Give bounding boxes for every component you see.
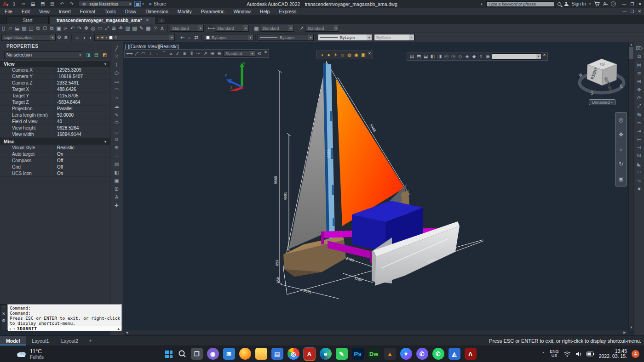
property-value[interactable]: 7115.8705 [54, 93, 110, 99]
menu-tools[interactable]: Tools [100, 9, 121, 14]
save-as-icon[interactable]: ⬒ [39, 0, 46, 7]
rectangle-icon[interactable]: ▭ [113, 77, 121, 85]
property-value[interactable]: Off [54, 164, 110, 170]
tab-layout1[interactable]: Layout1 [26, 336, 55, 345]
named-views-icon[interactable]: ▤ [408, 53, 415, 60]
start-button[interactable] [163, 349, 173, 359]
recent-commands-icon[interactable]: ▾ [13, 327, 15, 331]
taskbar-app-photoshop[interactable]: Ps [352, 348, 364, 360]
scale-icon[interactable]: ⤢ [635, 102, 644, 110]
autocad-logo-icon[interactable]: A▾ [0, 1, 10, 7]
center-mark-icon[interactable]: ⊕ [216, 50, 223, 57]
dim-linear-icon[interactable]: ⟷ [126, 50, 133, 57]
display-lock-icon[interactable]: ⧈ [63, 34, 69, 41]
restore-button[interactable]: ❐ [630, 2, 634, 6]
new-tab-button[interactable]: ＋ [158, 17, 165, 24]
plot-icon[interactable]: ▤ [21, 25, 28, 32]
ellipse-icon[interactable]: ⬭ [113, 119, 121, 126]
taskbar-app-video-app[interactable]: ◉ [207, 348, 219, 360]
multileader-icon[interactable]: ↗ [202, 50, 209, 57]
dim-style-icon[interactable]: ⟷ [208, 25, 215, 32]
hatch-icon[interactable]: ▨ [113, 160, 121, 168]
chamfer-icon[interactable]: ◣ [635, 160, 644, 168]
layer-properties-icon[interactable]: ≣ [110, 25, 117, 32]
stretch-icon[interactable]: ↹ [635, 110, 644, 118]
share-button[interactable]: ➤ Share [149, 1, 166, 6]
property-value[interactable]: -5834.8464 [54, 99, 110, 105]
ne-isometric-icon[interactable]: ◆ [471, 53, 477, 60]
taskbar-app-viber[interactable]: ✆ [416, 348, 428, 360]
layer-state-manager-icon[interactable]: ≡ [186, 34, 193, 41]
break-at-point-icon[interactable]: ⊢ [635, 135, 644, 143]
hidden-icons-chevron[interactable]: ⌃ [541, 351, 545, 356]
property-value[interactable]: On [54, 170, 110, 176]
arc-icon[interactable]: ◠ [113, 85, 121, 93]
menu-format[interactable]: Format [75, 9, 100, 14]
menu-edit[interactable]: Edit [17, 9, 34, 14]
navigation-wheel-icon[interactable]: ◎ [618, 117, 625, 124]
taskbar-app-edge[interactable]: e [320, 348, 332, 360]
tab-document[interactable]: transcendentvoyager_magasabb_ama* ✕ [50, 16, 156, 24]
sun-status-icon[interactable]: ☼ [339, 51, 346, 58]
insert-block-icon[interactable]: ⧈ [113, 135, 121, 143]
jib-sail[interactable] [289, 77, 328, 249]
property-value[interactable]: 12925.3209 [54, 67, 110, 73]
pan-icon[interactable]: ✥ [618, 131, 625, 138]
customize-icon[interactable]: ⚙ [1, 318, 6, 323]
command-input-row[interactable]: ▪ ▾ 3DORBIT ▲ [8, 326, 121, 331]
menu-window[interactable]: Window [229, 9, 255, 14]
lineweight-combo[interactable]: ByLayer▾ [318, 34, 372, 41]
search-button[interactable] [178, 349, 187, 358]
horizontal-scrollbar[interactable]: ◀ ▶ [123, 330, 628, 334]
match-properties-icon[interactable]: ⌲ [62, 25, 69, 32]
quick-dimension-icon[interactable]: ≡ [181, 50, 188, 57]
redo-icon[interactable]: ↷ [76, 25, 83, 32]
create-block-icon[interactable]: ⊞ [113, 143, 121, 151]
property-value[interactable]: 40 [54, 119, 110, 124]
doc-restore-button[interactable]: ❐ [630, 9, 634, 14]
bottom-view-icon[interactable]: ⬓ [422, 53, 429, 60]
showmotion-icon[interactable]: ▣ [618, 175, 625, 182]
command-expand-icon[interactable]: ▲ [117, 327, 120, 331]
quickcalc-icon[interactable]: ▦ [145, 25, 152, 32]
palette-grip[interactable]: ⁞ [1, 43, 3, 48]
paste-clip-icon[interactable]: ▣ [55, 25, 62, 32]
dim-style-combo[interactable]: Standard▾ [215, 25, 249, 32]
move-icon[interactable]: ✥ [635, 85, 644, 93]
property-value[interactable]: 2332.5491 [54, 80, 110, 86]
gradient-icon[interactable]: ◧ [113, 168, 121, 176]
vertical-scrollbar[interactable]: ▲ ▼ [628, 42, 633, 330]
multiline-text-icon[interactable]: A [113, 193, 121, 201]
property-value[interactable]: -10619.5407 [54, 74, 110, 79]
line-icon[interactable]: ╱ [113, 44, 121, 52]
close-button[interactable]: ✕ [638, 2, 642, 6]
menu-modify[interactable]: Modify [173, 9, 196, 14]
wifi-icon[interactable] [564, 351, 571, 357]
dim-diameter-icon[interactable]: ⌀ [167, 50, 174, 57]
tab-layout2[interactable]: Layout2 [55, 336, 84, 345]
trim-icon[interactable]: ✂ [635, 119, 644, 126]
named-view-combo[interactable]: ▾ [492, 53, 541, 60]
selection-combo[interactable]: No selection▾ [4, 51, 83, 58]
menu-express[interactable]: Express [274, 9, 301, 14]
3d-print-icon[interactable]: ⬡ [41, 25, 48, 32]
new-icon[interactable]: ▯ [10, 0, 17, 7]
taskbar-app-autocad[interactable]: A [304, 348, 316, 360]
sign-in-button[interactable]: Sign In [572, 1, 586, 6]
render-window-icon[interactable]: ▣ [360, 51, 367, 58]
collapse-icon[interactable]: ▾ [104, 140, 106, 144]
layer-states-icon[interactable]: ≙ [117, 25, 124, 32]
workspace-combo[interactable]: sajat klasszikus▾ [1, 34, 56, 41]
qat-more-icon[interactable]: ▾ [142, 2, 144, 6]
back-view-icon[interactable]: ◳ [450, 53, 457, 60]
command-grip[interactable]: ⠿ [2, 305, 5, 309]
taskbar-app-calculator[interactable]: ▤ [271, 348, 283, 360]
taskbar-app-vlc[interactable]: ▲ [384, 348, 396, 360]
scroll-up-icon[interactable]: ▲ [629, 42, 634, 47]
hide-icon[interactable]: ◑ [318, 51, 325, 58]
blend-curves-icon[interactable]: ∿ [635, 176, 644, 184]
menu-view[interactable]: View [34, 9, 54, 14]
weather-widget[interactable]: 11°C Felhős [0, 348, 110, 360]
taskbar-app-messenger[interactable]: ✦ [400, 348, 412, 360]
offset-icon[interactable]: ≋ [635, 69, 644, 77]
